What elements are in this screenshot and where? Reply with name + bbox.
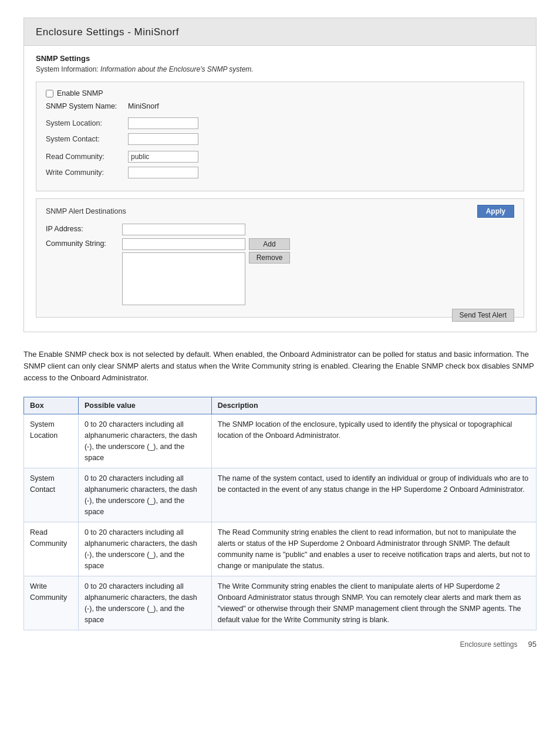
apply-button[interactable]: Apply [477,205,514,218]
page-footer: Enclosure settings 95 [23,640,537,649]
add-button[interactable]: Add [249,238,290,250]
table-row: Write Community0 to 20 characters includ… [24,576,537,630]
snmp-settings-table: Box Possible value Description System Lo… [23,397,537,630]
snmp-info-prefix: System Information: [36,65,100,73]
ip-address-input[interactable] [122,224,245,235]
table-cell-box: System Contact [24,468,79,522]
table-cell-description: The name of the system contact, used to … [211,468,536,522]
table-cell-description: The Read Community string enables the cl… [211,522,536,576]
col-header-description: Description [211,397,536,414]
table-cell-possible_value: 0 to 20 characters including all alphanu… [78,576,211,630]
description-text: The Enable SNMP check box is not selecte… [23,349,537,384]
system-contact-input[interactable] [128,133,198,145]
community-string-textarea[interactable] [122,252,245,305]
panel-body: SNMP Settings System Information: Inform… [24,46,536,332]
table-cell-possible_value: 0 to 20 characters including all alphanu… [78,522,211,576]
system-contact-row: System Contact: [46,133,514,145]
alert-section-header: SNMP Alert Destinations Apply [46,205,514,218]
read-community-input[interactable] [128,151,198,163]
ip-address-label: IP Address: [46,224,122,233]
table-body: System Location0 to 20 characters includ… [24,414,537,630]
snmp-section-info: System Information: Information about th… [36,65,524,73]
snmp-system-name-value: MiniSnorf [128,102,159,110]
read-community-label: Read Community: [46,153,128,161]
panel-title: Enclosure Settings - MiniSnorf [24,18,536,46]
add-remove-buttons: Add Remove [249,238,290,264]
enable-snmp-label[interactable]: Enable SNMP [57,89,103,97]
read-community-row: Read Community: [46,151,514,163]
table-cell-description: The Write Community string enables the c… [211,576,536,630]
table-row: Read Community0 to 20 characters includi… [24,522,537,576]
system-contact-label: System Contact: [46,135,128,143]
system-location-row: System Location: [46,117,514,129]
table-cell-possible_value: 0 to 20 characters including all alphanu… [78,414,211,468]
snmp-system-name-row: SNMP System Name: MiniSnorf [46,102,514,110]
table-cell-box: Read Community [24,522,79,576]
enclosure-settings-panel: Enclosure Settings - MiniSnorf SNMP Sett… [23,18,537,332]
send-test-alert-button[interactable]: Send Test Alert [452,309,515,322]
community-string-textarea-wrap [122,238,249,305]
snmp-system-name-label: SNMP System Name: [46,102,128,110]
table-cell-box: Write Community [24,576,79,630]
remove-button[interactable]: Remove [249,252,290,264]
footer-label: Enclosure settings [460,640,517,649]
snmp-info-italic: Information about the Enclosure's SNMP s… [100,65,254,73]
table-header-row: Box Possible value Description [24,397,537,414]
enable-snmp-row: Enable SNMP [46,89,514,97]
community-string-row: Community String: Add Remove [46,238,514,305]
alert-destinations-section: SNMP Alert Destinations Apply IP Address… [36,198,524,318]
community-string-label: Community String: [46,238,122,248]
write-community-row: Write Community: [46,167,514,178]
system-location-input[interactable] [128,117,198,129]
write-community-input[interactable] [128,167,198,178]
community-string-input[interactable] [122,238,245,250]
system-location-label: System Location: [46,119,128,127]
table-cell-possible_value: 0 to 20 characters including all alphanu… [78,468,211,522]
snmp-settings-box: Enable SNMP SNMP System Name: MiniSnorf … [36,82,524,191]
col-header-box: Box [24,397,79,414]
table-cell-box: System Location [24,414,79,468]
write-community-label: Write Community: [46,168,128,177]
enable-snmp-checkbox[interactable] [46,90,53,97]
table-cell-description: The SNMP location of the enclosure, typi… [211,414,536,468]
alert-destinations-title: SNMP Alert Destinations [46,207,126,215]
footer-page-num: 95 [528,640,537,649]
ip-address-row: IP Address: [46,224,514,235]
table-row: System Location0 to 20 characters includ… [24,414,537,468]
table-row: System Contact0 to 20 characters includi… [24,468,537,522]
snmp-section-header: SNMP Settings [36,54,524,63]
col-header-possible-value: Possible value [78,397,211,414]
community-string-right: Add Remove [122,238,290,305]
